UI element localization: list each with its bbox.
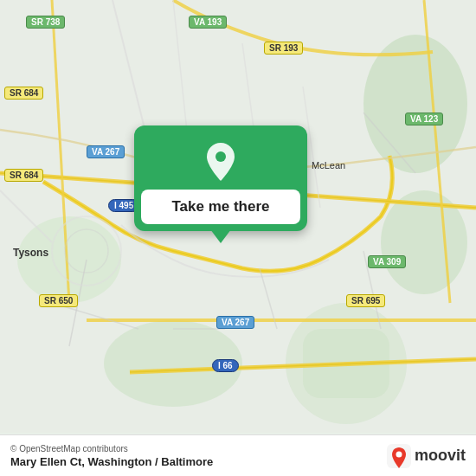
route-label-sr684a: SR 684 — [4, 87, 43, 100]
svg-point-26 — [65, 229, 108, 273]
route-label-va123: VA 123 — [405, 113, 443, 125]
bottom-left: © OpenStreetMap contributors Mary Ellen … — [10, 444, 213, 468]
route-label-sr695: SR 695 — [346, 294, 385, 307]
route-label-i66: I 66 — [212, 359, 239, 372]
svg-line-10 — [130, 359, 476, 372]
location-name: Mary Ellen Ct, Washington / Baltimore — [10, 455, 213, 468]
svg-line-20 — [260, 268, 277, 329]
popup-card[interactable]: Take me there — [134, 125, 307, 231]
svg-rect-6 — [303, 329, 389, 398]
route-label-sr193: SR 193 — [264, 42, 303, 55]
route-label-va267a: VA 267 — [87, 145, 125, 158]
svg-point-29 — [396, 451, 402, 457]
moovit-logo-icon — [387, 444, 411, 468]
mclean-label: McLean — [312, 160, 345, 170]
moovit-logo: moovit — [387, 444, 466, 468]
svg-line-13 — [424, 0, 450, 303]
map-container: SR 738 VA 193 SR 193 SR 684 VA 123 VA 26… — [0, 0, 476, 476]
route-label-va309: VA 309 — [368, 255, 406, 268]
svg-line-23 — [0, 190, 52, 242]
route-label-sr650: SR 650 — [39, 294, 78, 307]
route-label-va193: VA 193 — [189, 16, 227, 29]
svg-point-25 — [52, 216, 121, 286]
copyright-text: © OpenStreetMap contributors — [10, 444, 213, 453]
location-pin-icon — [203, 141, 238, 183]
svg-point-27 — [215, 151, 226, 162]
route-label-va267c: VA 267 — [216, 316, 254, 329]
svg-point-3 — [17, 216, 121, 303]
svg-line-12 — [52, 0, 69, 303]
take-me-there-button[interactable]: Take me there — [141, 190, 300, 224]
route-label-sr738: SR 738 — [26, 16, 65, 29]
svg-line-11 — [130, 359, 476, 372]
bottom-bar: © OpenStreetMap contributors Mary Ellen … — [0, 434, 476, 476]
svg-point-5 — [286, 303, 407, 424]
tysons-label: Tysons — [13, 247, 48, 259]
svg-point-1 — [363, 35, 467, 173]
svg-point-2 — [381, 190, 467, 294]
route-label-sr684b: SR 684 — [4, 169, 43, 182]
popup-caret — [210, 229, 231, 243]
popup-icon-area — [203, 125, 238, 190]
moovit-text: moovit — [415, 447, 466, 465]
